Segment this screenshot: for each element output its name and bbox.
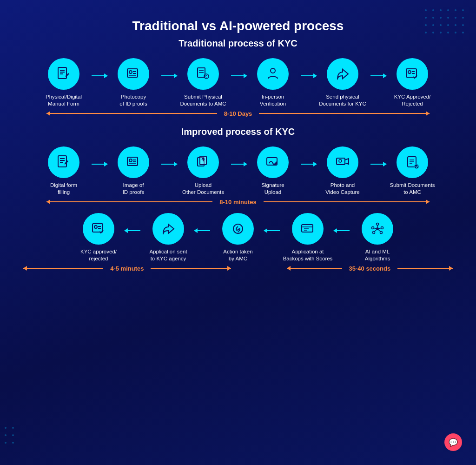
circle-kyc-approved2 [83,213,114,245]
label-kyc-approved2: KYC approved/rejected [80,248,117,262]
svg-line-58 [374,228,377,228]
circle-photo-video [327,146,358,178]
label-app-backops: Application atBackops with Scores [283,248,333,262]
label-ai-ml: AI and MLAlgorithms [365,248,390,262]
improved-duration-bar-row1: 8-10 minutes [46,199,430,206]
arrow-i3 [231,164,245,165]
circle-send-physical [327,58,358,90]
arrow-5 [370,75,384,76]
node-action-amc: Action takenby AMC [210,213,266,262]
circle-image-id [118,146,149,178]
duration-left-text: 4-5 minutes [110,265,144,272]
main-title: Traditional vs AI-powered process [19,19,457,33]
node-submit-physical: Submit PhysicalDocuments to AMC [175,58,231,107]
arrow-1 [92,75,106,76]
svg-rect-16 [406,69,416,77]
chat-bubble[interactable]: 💬 [444,433,462,451]
svg-rect-24 [127,157,138,166]
node-upload-docs: UploadOther Documents [175,146,231,196]
svg-rect-4 [127,69,138,77]
duration-right-text: 35-40 seconds [349,265,391,272]
arrow-3 [231,75,245,76]
node-digital-form: Digital formfilling [36,146,92,196]
traditional-heading: Traditional process of KYC [19,38,457,49]
svg-point-39 [414,164,419,169]
traditional-section: Traditional process of KYC Physical/Digi… [19,38,457,117]
arrow-i1 [92,164,106,165]
label-app-kyc: Application sentto KYC agency [149,248,187,262]
svg-point-45 [238,232,238,232]
circle-signature [257,146,289,178]
arrow-r2 [196,230,210,231]
svg-point-17 [408,71,411,73]
node-kyc-approved: KYC Approved/Rejected [384,58,440,107]
node-submit-amc: Submit Documentsto AMC [384,146,440,196]
node-image-id: Image ofID proofs [106,146,161,196]
label-digital-form: Digital formfilling [50,182,77,196]
improved-duration-line-left [46,201,212,202]
duration-line-right [259,113,430,114]
label-photocopy-id: Photocopyof ID proofs [119,93,147,107]
arrow-r4 [336,230,350,231]
improved-flow-row2: KYC approved/rejected Application sentto… [19,213,457,262]
circle-kyc-approved [397,58,428,90]
arrow-r1 [126,230,140,231]
arrow-i5 [370,164,384,165]
traditional-duration-bar: 8-10 Days [46,110,430,117]
label-photo-video: Photo andVideo Capture [325,182,359,196]
svg-point-59 [381,226,383,229]
svg-rect-46 [302,225,313,232]
duration-left-line-right [151,268,231,269]
label-signature: SignatureUpload [261,182,284,196]
circle-upload-docs [187,146,219,178]
duration-left-section: 4-5 minutes [23,265,231,272]
node-photo-video: Photo andVideo Capture [315,146,370,196]
improved-heading: Improved process of KYC [19,126,457,137]
traditional-duration-text: 8-10 Days [224,110,252,117]
arrow-r3 [266,230,280,231]
duration-right-line-right [397,268,453,269]
node-app-kyc: Application sentto KYC agency [140,213,196,262]
label-upload-docs: UploadOther Documents [182,182,224,196]
label-submit-physical: Submit PhysicalDocuments to AMC [180,93,226,107]
circle-action-amc [222,213,254,245]
duration-right-section: 35-40 seconds [287,265,453,272]
circle-in-person [257,58,289,90]
label-kyc-approved: KYC Approved/Rejected [394,93,431,107]
svg-rect-40 [93,224,103,232]
svg-rect-20 [58,156,66,167]
node-photocopy-id: Photocopyof ID proofs [106,58,161,107]
circle-app-backops [292,213,324,245]
decorative-dots-bottom-left [5,427,17,446]
improved-flow-row1: Digital formfilling Image ofID proofs [19,146,457,196]
label-action-amc: Action takenby AMC [223,248,252,262]
svg-rect-33 [337,158,345,165]
arrow-i2 [161,164,175,165]
svg-point-5 [129,71,132,73]
svg-point-14 [206,77,207,78]
node-in-person: In-personVerification [245,58,301,107]
decorative-dots-top-right [425,9,467,36]
arrow-4 [301,75,315,76]
node-signature: SignatureUpload [245,146,301,196]
svg-point-15 [271,68,275,73]
label-send-physical: Send physicalDocuments for KYC [319,93,366,107]
duration-right-line-left [287,268,342,269]
circle-submit-physical [187,58,219,90]
node-physical-form: Physical/DigitalManual Form [36,58,92,107]
svg-point-51 [377,223,379,225]
label-in-person: In-personVerification [260,93,286,107]
svg-point-41 [94,226,97,228]
node-kyc-approved2: KYC approved/rejected [71,213,126,262]
dual-duration-bar: 4-5 minutes 35-40 seconds [23,265,453,272]
circle-ai-ml [362,213,393,245]
svg-point-57 [372,226,374,229]
circle-submit-amc [397,146,428,178]
svg-line-56 [378,230,381,232]
svg-point-34 [339,159,342,162]
node-send-physical: Send physicalDocuments for KYC [315,58,370,107]
improved-duration-text: 8-10 minutes [219,199,256,206]
label-submit-amc: Submit Documentsto AMC [390,182,435,196]
circle-app-kyc [152,213,184,245]
svg-rect-0 [58,67,66,79]
